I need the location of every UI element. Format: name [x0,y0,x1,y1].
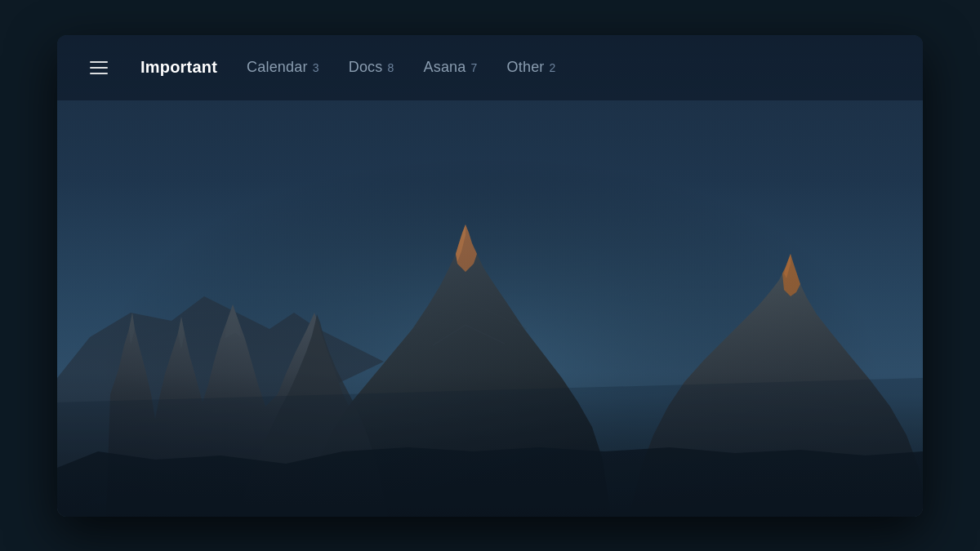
hamburger-line-3 [90,73,108,74]
tab-calendar-label: Calendar [247,59,308,76]
tab-other-label: Other [507,59,545,76]
mountain-scene [57,35,923,517]
tab-docs[interactable]: Docs 8 [349,59,394,76]
tab-other[interactable]: Other 2 [507,59,556,76]
hamburger-line-1 [90,61,108,63]
hamburger-menu-button[interactable] [90,61,108,74]
top-navigation-bar: Important Calendar 3 Docs 8 Asana 7 Othe… [57,35,923,100]
tab-calendar-badge: 3 [313,61,319,74]
tab-docs-badge: 8 [388,61,394,74]
tab-other-badge: 2 [550,61,556,74]
tab-calendar[interactable]: Calendar 3 [247,59,319,76]
app-window: Important Calendar 3 Docs 8 Asana 7 Othe… [57,35,923,517]
nav-tabs: Important Calendar 3 Docs 8 Asana 7 Othe… [140,58,556,77]
tab-asana[interactable]: Asana 7 [424,59,478,76]
tab-important-label: Important [140,58,217,77]
tab-important[interactable]: Important [140,58,217,77]
tab-docs-label: Docs [349,59,383,76]
hamburger-line-2 [90,67,108,69]
tab-asana-badge: 7 [471,61,478,74]
tab-asana-label: Asana [424,59,466,76]
